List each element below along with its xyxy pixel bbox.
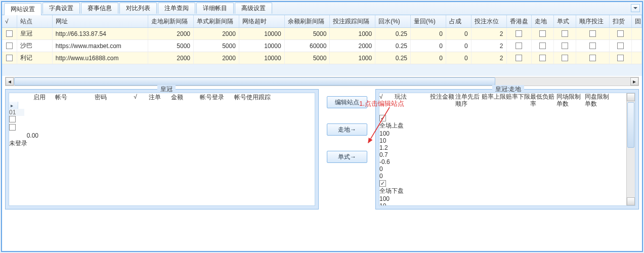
tab-6[interactable]: 高级设置 [235,3,272,14]
checkbox[interactable] [516,55,522,61]
play-header-cell[interactable]: 注单先后顺序 [455,93,482,114]
checkbox[interactable] [617,55,624,61]
tab-0[interactable]: 网站设置 [4,3,41,15]
scroll-thumb[interactable] [14,77,495,86]
play-header-cell[interactable]: 同盘限制单数 [585,93,613,114]
play-row[interactable]: 全场上盘100101.20.7-0.600 [379,114,626,180]
mid-button-column: 编辑站点 走地→ 单式→ [321,89,373,209]
accounts-header-cell[interactable]: 帐号登录 [200,93,234,102]
sites-horizontal-scrollbar[interactable]: ◂ ▸ [5,77,639,86]
checkbox[interactable] [6,55,13,61]
accounts-header-cell[interactable]: 密码 [95,93,134,102]
checkbox[interactable] [617,43,624,49]
scroll-up-button[interactable] [627,93,635,101]
play-vertical-scrollbar[interactable] [626,93,635,205]
checkbox[interactable] [539,55,546,61]
checkbox[interactable] [589,55,596,61]
sites-header-cell[interactable]: 扫货 [610,15,632,27]
checkbox[interactable] [562,43,568,49]
main-tabstrip: 网站设置字典设置赛事信息对比列表注单查阅详细帐目高级设置 [2,2,642,15]
checkbox[interactable] [379,115,386,121]
sites-header-cell[interactable]: 回水(%) [375,15,411,27]
checkbox[interactable] [516,30,522,37]
sites-row[interactable]: 皇冠http://66.133.87.542000200010000500010… [2,28,642,40]
sites-grid: √站点网址走地刷新间隔单式刷新间隔网络超时余额刷新间隔投注跟踪间隔回水(%)量回… [2,15,642,76]
sites-header-cell[interactable]: 投注水位 [471,15,507,27]
sites-header-cell[interactable]: 站点 [17,15,53,27]
sites-header-cell[interactable]: √ [2,15,17,27]
play-header-cell[interactable]: √ [379,93,395,114]
accounts-header-cell[interactable] [9,93,18,102]
sites-header-cell[interactable]: 单式刷新间隔 [194,15,239,27]
checkbox[interactable] [617,30,624,37]
sites-header-cell[interactable]: 投注跟踪间隔 [330,15,375,27]
accounts-header-cell[interactable]: √ [134,93,149,102]
sites-header-cell[interactable]: 固 [632,15,642,27]
tab-4[interactable]: 注单查阅 [158,3,195,14]
play-header-cell[interactable]: 玩法 [395,93,430,114]
play-panel: 皇冠:走地 √玩法投注金额注单先后顺序赔率上限赔率下限最低负赔率同场限制单数同盘… [375,89,639,209]
sites-row[interactable]: 沙巴https://www.maxbet.com5000500010000600… [2,40,642,52]
play-header-cell[interactable]: 最低负赔率 [530,93,556,114]
checkbox[interactable] [539,43,546,49]
play-row[interactable]: 全场下盘100101.20.7-0.600 [379,180,626,206]
checkbox[interactable] [539,30,546,37]
sites-header-cell[interactable]: 香港盘 [507,15,532,27]
accounts-header-cell[interactable]: 注单 [149,93,171,102]
zoudi-button[interactable]: 走地→ [327,123,367,136]
sites-header-cell[interactable]: 网络超时 [239,15,285,27]
accounts-header-cell[interactable]: 帐号 [55,93,94,102]
accounts-header-cell[interactable] [18,93,33,102]
checkbox[interactable] [379,180,386,187]
sites-header-cell[interactable]: 单式 [554,15,576,27]
checkbox[interactable] [589,30,596,37]
accounts-row[interactable]: 010.00未登录 [9,102,315,148]
accounts-panel: 皇冠 启用帐号密码√注单金额帐号登录帐号使用跟踪 010.00未登录 [5,89,319,209]
sites-header-cell[interactable]: 占成 [446,15,471,27]
play-header-cell[interactable]: 赔率上限 [482,93,506,114]
sites-header-cell[interactable]: 网址 [53,15,148,27]
checkbox[interactable] [6,43,13,49]
danshi-button[interactable]: 单式→ [327,151,367,163]
play-header-cell[interactable]: 投注金额 [430,93,455,114]
accounts-grid: 启用帐号密码√注单金额帐号登录帐号使用跟踪 010.00未登录 [9,93,315,206]
scroll-thumb[interactable] [627,102,634,148]
scroll-left-button[interactable]: ◂ [6,77,14,86]
sites-header-cell[interactable]: 量回(%) [411,15,446,27]
accounts-header-cell[interactable]: 帐号使用跟踪 [234,93,315,102]
checkbox[interactable] [562,30,568,37]
sites-header-cell[interactable]: 顺序投注 [576,15,610,27]
checkbox[interactable] [6,30,13,37]
tab-3[interactable]: 对比列表 [119,3,157,14]
tab-1[interactable]: 字典设置 [42,3,80,14]
checkbox[interactable] [562,55,568,61]
accounts-header-cell[interactable]: 金额 [171,93,200,102]
play-grid: √玩法投注金额注单先后顺序赔率上限赔率下限最低负赔率同场限制单数同盘限制单数 全… [379,93,635,206]
scroll-down-button[interactable] [627,197,635,205]
tab-overflow-dropdown[interactable] [631,4,640,12]
checkbox[interactable] [9,124,16,131]
sites-header-cell[interactable]: 走地 [532,15,554,27]
checkbox[interactable] [589,43,596,49]
edit-site-button[interactable]: 编辑站点 [327,96,367,108]
sites-header-cell[interactable]: 余额刷新间隔 [285,15,330,27]
sites-header-cell[interactable]: 走地刷新间隔 [148,15,194,27]
play-header-cell[interactable]: 赔率下限 [506,93,530,114]
tab-2[interactable]: 赛事信息 [81,3,118,14]
tab-5[interactable]: 详细帐目 [196,3,234,14]
sites-row[interactable]: 利记http://www.u16888.com20002000100005000… [2,52,642,64]
accounts-header-cell[interactable]: 启用 [33,93,56,102]
checkbox[interactable] [516,43,522,49]
checkbox[interactable] [9,116,16,122]
play-header-cell[interactable]: 同场限制单数 [556,93,585,114]
scroll-right-button[interactable]: ▸ [630,77,638,86]
